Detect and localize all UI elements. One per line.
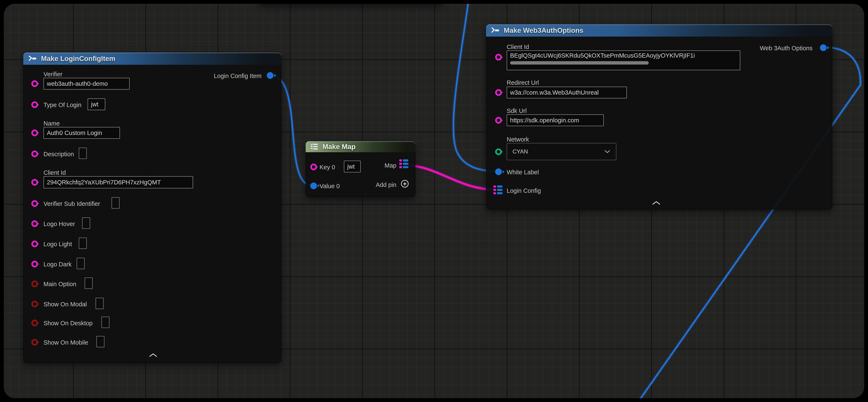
pin-label-login-config: Login Config xyxy=(507,187,541,194)
client-id-text: BEglQSgt4cUWcj6SKRdu5QkOXTsePmMcusG5EAoy… xyxy=(510,52,695,59)
pin-key0[interactable] xyxy=(310,164,317,170)
pin-main-option[interactable] xyxy=(31,281,38,287)
show-on-mobile-field[interactable] xyxy=(96,336,104,347)
pin-white-label[interactable] xyxy=(495,168,502,175)
network-dropdown[interactable]: CYAN xyxy=(507,143,616,160)
sdk-url-field[interactable]: https://sdk.openlogin.com xyxy=(507,114,604,126)
pin-label-value0: Value 0 xyxy=(319,182,340,190)
pin-logo-dark[interactable] xyxy=(31,261,38,267)
pin-label-type-of-login: Type Of Login xyxy=(43,101,82,109)
pin-label-verifier: Verifier xyxy=(43,70,62,78)
offscreen-top-node[interactable] xyxy=(258,0,443,4)
node-title: Make Web3AuthOptions xyxy=(504,27,583,34)
key0-field[interactable]: jwt xyxy=(344,161,361,172)
make-struct-icon xyxy=(28,55,37,62)
pin-verifier-sub-identifier[interactable] xyxy=(31,200,38,207)
show-on-modal-field[interactable] xyxy=(96,298,103,309)
pin-label-network: Network xyxy=(507,136,529,143)
pin-label-sdk-url: Sdk Url xyxy=(507,107,527,114)
pin-logo-light[interactable] xyxy=(31,240,38,247)
verifier-sub-identifier-field[interactable] xyxy=(112,197,120,208)
chevron-up-icon xyxy=(149,353,157,357)
pin-name[interactable] xyxy=(31,130,38,136)
pin-out-web3auth-options[interactable] xyxy=(820,45,827,51)
pin-label-show-on-desktop: Show On Desktop xyxy=(43,320,93,327)
description-field[interactable] xyxy=(79,148,87,159)
pin-client-id[interactable] xyxy=(495,54,502,61)
pin-label-map-out: Map xyxy=(384,162,396,169)
client-id-field[interactable]: 294QRkchfq2YaXUbPri7D6PH7xzHgQMT xyxy=(43,176,193,189)
node-title: Make LoginConfigItem xyxy=(41,55,115,63)
pin-label-logo-light: Logo Light xyxy=(43,240,72,248)
pin-label-show-on-modal: Show On Modal xyxy=(43,301,87,308)
pin-show-on-modal[interactable] xyxy=(31,301,38,307)
chevron-down-icon xyxy=(604,150,611,153)
client-id-field[interactable]: BEglQSgt4cUWcj6SKRdu5QkOXTsePmMcusG5EAoy… xyxy=(507,51,740,70)
pin-label-client-id: Client Id xyxy=(43,169,66,176)
pin-label-verifier-sub-identifier: Verifier Sub Identifier xyxy=(43,200,100,207)
pin-logo-hover[interactable] xyxy=(31,220,38,227)
collapse-button[interactable] xyxy=(149,353,157,357)
pin-label-main-option: Main Option xyxy=(43,281,76,288)
pin-label-web3auth-options: Web 3Auth Options xyxy=(760,45,812,52)
add-pin-label: Add pin xyxy=(376,181,396,189)
pin-out-map[interactable] xyxy=(399,160,409,169)
pin-label-client-id: Client Id xyxy=(507,43,529,51)
make-map-icon xyxy=(310,143,319,150)
pin-label-redirect-url: Redirect Url xyxy=(507,79,539,86)
pin-label-key0: Key 0 xyxy=(319,164,335,171)
make-struct-icon xyxy=(491,27,500,34)
pin-label-logo-dark: Logo Dark xyxy=(43,261,72,268)
pin-verifier[interactable] xyxy=(31,80,38,87)
pin-show-on-desktop[interactable] xyxy=(31,320,38,326)
node-header-make-loginconfigitem[interactable]: Make LoginConfigItem xyxy=(23,53,281,65)
logo-dark-field[interactable] xyxy=(77,258,85,269)
network-selected-value: CYAN xyxy=(513,148,528,155)
pin-label-show-on-mobile: Show On Mobile xyxy=(43,339,88,346)
node-header-make-map[interactable]: Make Map xyxy=(306,141,415,152)
pin-label-description: Description xyxy=(43,150,74,158)
horizontal-scrollbar[interactable] xyxy=(510,61,649,64)
node-make-web3authoptions[interactable]: Make Web3AuthOptions Web 3Auth Options C… xyxy=(486,24,832,209)
verifier-field[interactable]: web3auth-auth0-demo xyxy=(43,78,130,90)
add-pin-button[interactable]: + xyxy=(401,180,409,188)
node-make-map[interactable]: Make Map Key 0 jwt Value 0 Map Add pin + xyxy=(306,141,415,197)
pin-label-login-config-item: Login Config Item xyxy=(214,72,261,80)
pin-label-logo-hover: Logo Hover xyxy=(43,220,75,228)
collapse-button[interactable] xyxy=(652,201,660,205)
pin-label-white-label: White Label xyxy=(507,169,539,176)
pin-show-on-mobile[interactable] xyxy=(31,339,38,346)
pin-network[interactable] xyxy=(495,148,502,155)
node-make-loginconfigitem[interactable]: Make LoginConfigItem Login Config Item V… xyxy=(23,53,281,363)
pin-out-login-config-item[interactable] xyxy=(267,72,274,79)
pin-client-id[interactable] xyxy=(31,179,38,185)
node-header-make-web3authoptions[interactable]: Make Web3AuthOptions xyxy=(486,24,832,36)
name-field[interactable]: Auth0 Custom Login xyxy=(43,127,120,139)
pin-value0[interactable] xyxy=(310,182,317,189)
pin-description[interactable] xyxy=(31,150,38,157)
blueprint-canvas[interactable]: Make LoginConfigItem Login Config Item V… xyxy=(0,0,868,402)
redirect-url-field[interactable]: w3a://com.w3a.Web3AuthUnreal xyxy=(507,87,627,98)
pin-login-config[interactable] xyxy=(493,185,503,195)
chevron-up-icon xyxy=(652,201,660,205)
pin-type-of-login[interactable] xyxy=(31,101,38,108)
pin-sdk-url[interactable] xyxy=(495,117,502,124)
logo-hover-field[interactable] xyxy=(82,218,90,229)
node-title: Make Map xyxy=(322,143,355,151)
show-on-desktop-field[interactable] xyxy=(101,317,110,328)
main-option-field[interactable] xyxy=(85,278,93,289)
type-of-login-field[interactable]: jwt xyxy=(88,98,105,110)
logo-light-field[interactable] xyxy=(79,237,87,249)
pin-label-name: Name xyxy=(43,120,60,127)
pin-redirect-url[interactable] xyxy=(495,89,502,96)
